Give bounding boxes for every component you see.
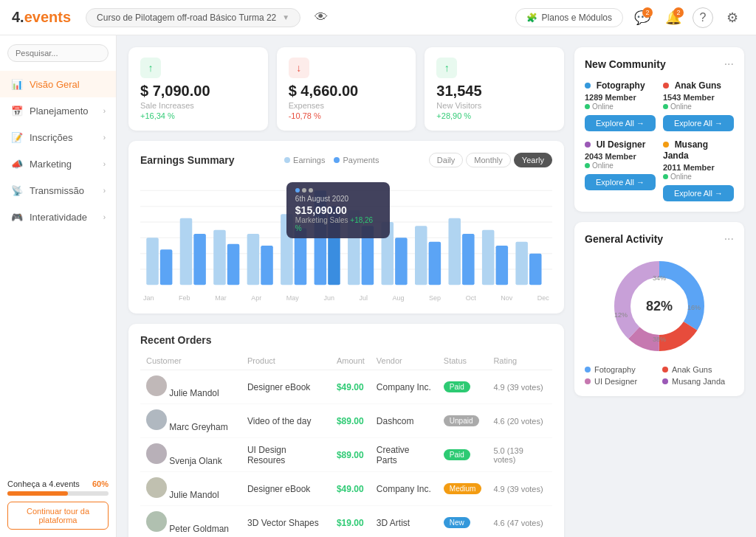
svg-rect-29 [529, 254, 542, 285]
svg-rect-18 [348, 210, 360, 285]
chevron-icon: › [103, 187, 106, 195]
eye-icon[interactable]: 👁 [309, 6, 333, 30]
community-item-3: Musang Janda 2011 Member Online Explore … [663, 139, 734, 201]
svg-rect-14 [281, 214, 293, 285]
tour-button[interactable]: Continuar tour da plataforma [7, 502, 109, 530]
sidebar-icon-3: 📣 [10, 157, 24, 170]
stat-card-0: ↑ $ 7,090.00 Sale Increases +16,34 % [128, 47, 268, 131]
community-item-2: UI Designer 2043 Member Online Explore A… [585, 139, 656, 201]
table-title: Recent Orders [140, 334, 552, 346]
sidebar-label-2: Inscrições [30, 132, 73, 143]
help-icon[interactable]: ? [693, 7, 713, 28]
sidebar-label-4: Transmissão [30, 185, 84, 196]
svg-rect-13 [261, 246, 273, 285]
avatar-3 [146, 477, 167, 498]
bell-icon[interactable]: 🔔 2 [662, 6, 685, 30]
status-badge-0: Paid [444, 381, 470, 392]
stat-icon-1: ↓ [289, 58, 309, 78]
svg-text:38%: 38% [653, 336, 666, 343]
filter-monthly[interactable]: Monthly [466, 153, 511, 167]
svg-rect-7 [160, 249, 173, 285]
progress-label: Conheça a 4.events 60% [7, 479, 109, 488]
bar-chart-svg [140, 175, 552, 293]
orders-table: Customer Product Amount Vendor Status Ra… [140, 353, 552, 537]
sidebar-icon-2: 📝 [10, 131, 24, 144]
main-area: 📊 Visão Geral 📅 Planejamento ›📝 Inscriçõ… [0, 35, 756, 537]
chevron-icon: › [103, 160, 106, 168]
svg-rect-23 [429, 242, 441, 285]
legend-label-0: Fotography [594, 365, 636, 374]
right-column: New Community ··· Fotography 1289 Member… [574, 47, 744, 525]
table-header-row: Customer Product Amount Vendor Status Ra… [140, 353, 552, 370]
community-name-2: UI Designer [597, 139, 646, 150]
avatar-2 [146, 443, 167, 464]
filter-yearly[interactable]: Yearly [514, 153, 552, 167]
stat-label-2: New Visitors [436, 101, 552, 110]
chevron-down-icon: ▼ [282, 13, 289, 21]
puzzle-icon: 🧩 [526, 13, 537, 23]
table-row: Julie Mandol Designer eBook $49.00 Compa… [140, 370, 552, 404]
chart-filters: Daily Monthly Yearly [429, 153, 552, 167]
sidebar-item-transmissão[interactable]: 📡 Transmissão › [0, 177, 116, 204]
sidebar-item-inscrições[interactable]: 📝 Inscrições › [0, 124, 116, 150]
explore-button-1[interactable]: Explore All → [663, 115, 734, 131]
svg-rect-11 [227, 244, 240, 285]
legend-item-3: Musang Janda [662, 377, 734, 386]
sidebar-item-interatividade[interactable]: 🎮 Interatividade › [0, 204, 116, 230]
svg-rect-9 [193, 234, 206, 285]
table-row: Julie Mandol Designer eBook $49.00 Compa… [140, 472, 552, 506]
sidebar-item-visão-geral[interactable]: 📊 Visão Geral [0, 71, 116, 97]
sidebar-icon-1: 📅 [10, 104, 24, 117]
progress-bar [7, 491, 109, 496]
stat-change-1: -10,78 % [289, 111, 405, 120]
explore-button-0[interactable]: Explore All → [585, 115, 656, 131]
svg-rect-28 [515, 242, 528, 285]
svg-rect-24 [448, 218, 461, 285]
svg-text:34%: 34% [653, 274, 666, 282]
legend-item-2: UI Designer [585, 377, 656, 386]
chevron-icon: › [103, 134, 106, 142]
sidebar-icon-0: 📊 [10, 77, 24, 91]
planos-button[interactable]: 🧩 Planos e Módulos [515, 8, 623, 27]
status-badge-2: Paid [444, 449, 470, 460]
sidebar-item-planejamento[interactable]: 📅 Planejamento › [0, 97, 116, 124]
stat-value-0: $ 7,090.00 [140, 83, 256, 100]
community-item-1: Anak Guns 1543 Member Online Explore All… [663, 80, 734, 131]
recent-orders-card: Recent Orders Customer Product Amount Ve… [128, 324, 564, 537]
topbar-right: 🧩 Planos e Módulos 💬 2 🔔 2 ? ⚙ [515, 6, 744, 30]
chat-icon[interactable]: 💬 2 [630, 6, 654, 30]
svg-rect-20 [382, 222, 394, 285]
sidebar-icon-5: 🎮 [10, 210, 24, 224]
legend-dot-3 [662, 378, 668, 384]
svg-rect-27 [496, 246, 509, 285]
sidebar-label-1: Planejamento [30, 105, 89, 117]
planos-label: Planos e Módulos [542, 13, 612, 23]
community-dot-2 [585, 142, 591, 148]
community-more-button[interactable]: ··· [724, 58, 734, 71]
svg-rect-21 [395, 238, 408, 285]
svg-text:16%: 16% [687, 304, 701, 311]
search-input[interactable] [7, 44, 109, 62]
activity-more-button[interactable]: ··· [724, 232, 734, 246]
sidebar: 📊 Visão Geral 📅 Planejamento ›📝 Inscriçõ… [0, 35, 117, 537]
chevron-icon: › [103, 213, 106, 221]
community-item-0: Fotography 1289 Member Online Explore Al… [585, 80, 656, 131]
filter-daily[interactable]: Daily [429, 153, 463, 167]
sidebar-label-0: Visão Geral [30, 79, 80, 90]
online-dot-3 [663, 174, 668, 179]
svg-text:12%: 12% [614, 311, 628, 319]
avatar-4 [146, 511, 167, 532]
svg-rect-17 [328, 207, 340, 285]
community-status-3: Online [663, 173, 734, 181]
legend-label-1: Anak Guns [672, 365, 712, 374]
explore-button-3[interactable]: Explore All → [663, 185, 734, 201]
event-selector[interactable]: Curso de Pilotagem off-road Básico Turma… [86, 8, 300, 27]
status-badge-1: Unpaid [444, 415, 479, 426]
center-column: ↑ $ 7,090.00 Sale Increases +16,34 % ↓ $… [128, 47, 564, 525]
svg-rect-15 [295, 229, 307, 285]
sidebar-item-marketing[interactable]: 📣 Marketing › [0, 150, 116, 177]
svg-rect-6 [146, 238, 159, 285]
chevron-icon: › [103, 107, 106, 115]
explore-button-2[interactable]: Explore All → [585, 174, 656, 190]
settings-icon[interactable]: ⚙ [721, 6, 744, 30]
